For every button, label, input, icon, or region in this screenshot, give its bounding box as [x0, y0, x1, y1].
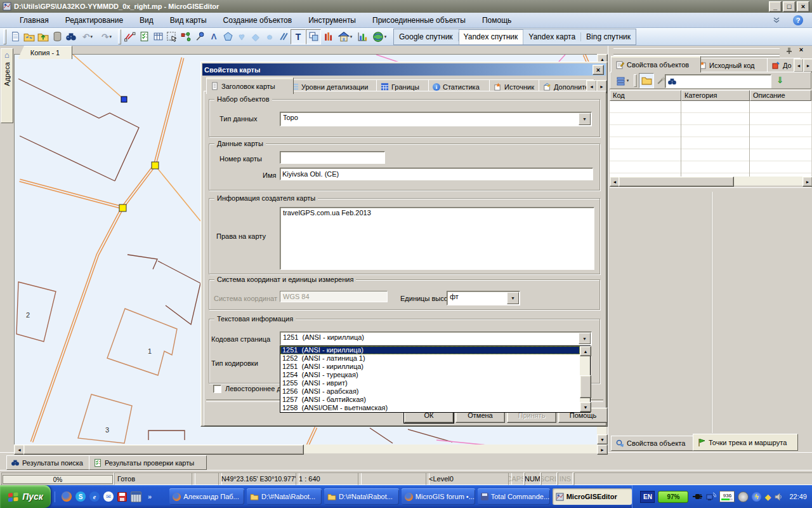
rhombus-icon[interactable]: ◆ [249, 30, 263, 44]
apply-down-icon[interactable]: ⇓ [776, 75, 784, 85]
map-rights-textarea[interactable]: travelGPS.com.ua Feb.2013 [280, 207, 594, 270]
data-type-combo[interactable]: Topo ▼ [280, 112, 592, 126]
dropdown-item[interactable]: 1258 (ANSI/OEM - вьетнамская) [280, 404, 580, 412]
redo-icon[interactable]: ↷▾ [97, 30, 116, 44]
area-icon[interactable]: ♥ [235, 30, 249, 44]
dropdown-item[interactable]: 1256 (ANSI - арабская) [280, 387, 580, 396]
map-horizontal-scrollbar[interactable]: ◄ ► [14, 444, 606, 453]
globe-icon[interactable]: ▾ [369, 30, 390, 44]
taskbar-window-6[interactable]: MicroGISEditor [553, 488, 632, 505]
language-indicator[interactable]: EN [640, 491, 655, 503]
toolbar-grip[interactable] [3, 29, 6, 44]
dialog-title-bar[interactable]: Свойства карты × [202, 64, 606, 76]
dropdown-item[interactable]: 1255 (ANSI - иврит) [280, 379, 580, 387]
horizontal-scroll-thumb[interactable] [619, 177, 734, 187]
save-icon[interactable] [117, 492, 127, 502]
map-source-yandex-sputnik[interactable]: Yandex спутник [459, 29, 524, 44]
restore-button[interactable]: □ [783, 1, 796, 12]
map-source-google-sputnik[interactable]: Google спутник [394, 32, 459, 41]
dropdown-item[interactable]: 1254 (ANSI - турецкая) [280, 371, 580, 379]
horizontal-scroll-thumb[interactable] [23, 444, 304, 455]
text-tool-icon[interactable]: T [291, 29, 306, 44]
menu-item-mapview[interactable]: Вид карты [162, 14, 215, 27]
dropdown-scroll-thumb[interactable] [580, 375, 591, 398]
map-document-tab[interactable]: Копия - 1 [18, 46, 72, 59]
panel-tabs-scroll-left[interactable]: ◄ [794, 58, 804, 72]
column-header-code[interactable]: Код [610, 90, 681, 101]
volume-icon[interactable] [774, 492, 783, 502]
map-node-selected[interactable] [121, 97, 127, 102]
map-source-yandex-karta[interactable]: Yandex карта [523, 32, 581, 41]
attribute-table-body[interactable] [610, 101, 811, 177]
close-button[interactable]: × [797, 1, 809, 12]
scroll-down-button[interactable]: ▼ [597, 434, 608, 444]
power-plug-icon[interactable] [691, 491, 703, 502]
dialog-tab-map-header[interactable]: Заголовок карты [206, 77, 294, 94]
taskbar-window-5[interactable]: Total Commande... [478, 488, 550, 505]
tab-track-route-points[interactable]: Точки трека и маршрута [693, 434, 798, 451]
shield-icon[interactable]: ◆ [764, 492, 771, 502]
histogram-icon[interactable] [321, 30, 335, 44]
topology-icon[interactable] [179, 30, 193, 44]
angle-icon[interactable]: Λ [207, 30, 221, 44]
map-number-input[interactable] [280, 151, 385, 164]
map-node[interactable] [152, 162, 159, 169]
layers-list-icon[interactable]: ▾ [613, 74, 632, 88]
scroll-up-button[interactable]: ▲ [580, 346, 591, 356]
close-panel-icon[interactable]: × [796, 46, 806, 55]
undo-icon[interactable]: ↶▾ [78, 30, 97, 44]
ellipse-icon[interactable]: ● [263, 30, 277, 44]
panel-tabs-scroll-right[interactable]: ► [803, 58, 812, 72]
codepage-combo[interactable]: 1251 (ANSI - кириллица) ▼ [280, 331, 592, 345]
scroll-right-button[interactable]: ► [802, 177, 812, 187]
panel-grip[interactable] [613, 48, 780, 55]
firefox-icon[interactable] [62, 491, 72, 502]
chevron-down-icon[interactable] [773, 17, 780, 24]
taskbar-window-2[interactable]: D:\#Nata\Rabot... [247, 488, 322, 505]
left-hand-checkbox[interactable] [213, 385, 221, 393]
dropdown-item[interactable]: 1251 (ANSI - кириллица) [280, 363, 580, 371]
table-icon[interactable] [151, 30, 165, 44]
open-map-icon[interactable] [22, 30, 36, 44]
menu-item-create-objects[interactable]: Создание объектов [215, 14, 301, 27]
scroll-down-button[interactable]: ▼ [580, 402, 591, 412]
table-horizontal-scrollbar[interactable]: ◄ ► [610, 177, 811, 185]
pin-panel-icon[interactable] [784, 46, 794, 55]
tab-search-results[interactable]: Результаты поиска [6, 455, 93, 470]
minimize-button[interactable]: _ [769, 1, 782, 12]
pin-icon[interactable] [193, 30, 207, 44]
dialog-close-button[interactable]: × [593, 65, 604, 75]
taskbar-window-4[interactable]: MicroGIS forum •... [402, 488, 475, 505]
traffic-badge[interactable]: 936 [719, 491, 735, 502]
tab-map-check-results[interactable]: Результаты проверки карты [89, 455, 207, 470]
map-source-bing-sputnik[interactable]: Bing спутник [581, 32, 636, 41]
menu-item-main[interactable]: Главная [11, 14, 57, 27]
menu-item-edit[interactable]: Редактирование [57, 14, 131, 27]
menu-item-attached-objects[interactable]: Присоединенные объекты [364, 14, 474, 27]
calculator-icon[interactable] [131, 491, 141, 502]
menu-item-tools[interactable]: Инструменты [300, 14, 364, 27]
help-icon[interactable]: ? [793, 15, 803, 25]
scroll-right-button[interactable]: ► [597, 444, 608, 455]
dropdown-item[interactable]: 1252 (ANSI - латиница 1) [280, 354, 580, 363]
toolbar-grip[interactable] [118, 29, 121, 44]
tab-object-properties-bottom[interactable]: Свойства объекта [611, 436, 700, 451]
open-properties-icon[interactable] [639, 73, 654, 88]
edit-vertices-icon[interactable] [123, 30, 137, 44]
battery-indicator[interactable]: 97% [658, 491, 688, 503]
hatch-icon[interactable] [277, 30, 291, 44]
select-objects-icon[interactable] [165, 30, 179, 44]
taskbar-window-1[interactable]: Александр Паб... [169, 488, 244, 505]
taskbar-window-3[interactable]: D:\#Nata\Rabot... [324, 488, 399, 505]
panel-search-input[interactable] [679, 76, 771, 86]
column-header-category[interactable]: Категория [681, 90, 750, 101]
map-road-end[interactable] [73, 55, 124, 99]
polygon-icon[interactable] [221, 30, 235, 44]
power-status-icon[interactable]: ϟ [752, 492, 761, 502]
tab-object-properties[interactable]: Свойства объектов [611, 56, 701, 72]
mail-agent-icon[interactable]: ✉ [103, 491, 114, 502]
combo-arrow-icon[interactable]: ▼ [507, 292, 519, 304]
menu-item-view[interactable]: Вид [131, 14, 162, 27]
search-icon[interactable] [64, 30, 78, 44]
overlap-tool-icon[interactable] [306, 29, 321, 44]
